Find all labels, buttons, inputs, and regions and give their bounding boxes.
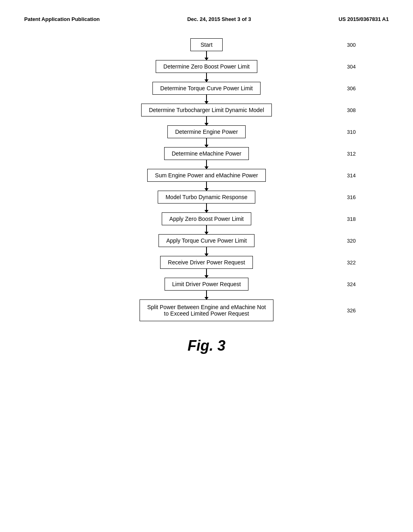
step-304-row: Determine Zero Boost Power Limit 304 (86, 60, 327, 73)
step-316-row: Model Turbo Dynamic Response 316 (86, 191, 327, 204)
flowchart: Start 300 Determine Zero Boost Power Lim… (24, 38, 389, 321)
step-310-box: Determine Engine Power (167, 125, 246, 138)
arrow-2 (206, 95, 207, 104)
arrow-10 (206, 269, 207, 278)
arrow-1 (206, 73, 207, 82)
step-324-row: Limit Driver Power Request 324 (86, 278, 327, 291)
start-box: Start (190, 38, 223, 51)
page: Patent Application Publication Dec. 24, … (0, 0, 413, 532)
step-322-row: Receive Driver Power Request 322 (86, 256, 327, 269)
step-320-row: Apply Torque Curve Power Limit 320 (86, 234, 327, 247)
step-318-ref: 318 (347, 216, 356, 222)
arrow-0 (206, 51, 207, 60)
header-right: US 2015/0367831 A1 (338, 16, 389, 22)
step-308-row: Determine Turbocharger Limit Dynamic Mod… (86, 104, 327, 116)
step-320-ref: 320 (347, 238, 356, 244)
step-304-box: Determine Zero Boost Power Limit (156, 60, 257, 73)
step-306-ref: 306 (347, 85, 356, 91)
start-row: Start 300 (86, 38, 327, 51)
step-322-box: Receive Driver Power Request (160, 256, 252, 269)
header-center: Dec. 24, 2015 Sheet 3 of 3 (187, 16, 251, 22)
step-306-box: Determine Torque Curve Power Limit (152, 82, 260, 95)
arrow-11 (206, 291, 207, 299)
step-316-box: Model Turbo Dynamic Response (158, 191, 255, 204)
header-left: Patent Application Publication (24, 16, 100, 22)
step-324-ref: 324 (347, 281, 356, 287)
step-324-box: Limit Driver Power Request (165, 278, 248, 291)
step-326-box: Split Power Between Engine and eMachine … (140, 299, 273, 321)
step-312-box: Determine eMachine Power (164, 147, 249, 160)
step-310-ref: 310 (347, 129, 356, 135)
arrow-5 (206, 160, 207, 169)
arrow-9 (206, 247, 207, 256)
step-318-row: Apply Zero Boost Power Limit 318 (86, 212, 327, 225)
step-314-ref: 314 (347, 172, 356, 179)
arrow-7 (206, 204, 207, 212)
start-ref: 300 (347, 42, 356, 48)
arrow-4 (206, 138, 207, 147)
step-320-box: Apply Torque Curve Power Limit (159, 234, 254, 247)
step-312-ref: 312 (347, 151, 356, 157)
arrow-3 (206, 116, 207, 125)
step-304-ref: 304 (347, 64, 356, 70)
step-326-row: Split Power Between Engine and eMachine … (86, 299, 327, 321)
step-312-row: Determine eMachine Power 312 (86, 147, 327, 160)
step-308-ref: 308 (347, 107, 356, 113)
step-318-box: Apply Zero Boost Power Limit (162, 212, 251, 225)
page-header: Patent Application Publication Dec. 24, … (24, 16, 389, 22)
arrow-8 (206, 225, 207, 234)
arrow-6 (206, 182, 207, 191)
step-314-box: Sum Engine Power and eMachine Power (147, 169, 265, 182)
step-316-ref: 316 (347, 194, 356, 200)
figure-label: Fig. 3 (24, 337, 389, 354)
step-310-row: Determine Engine Power 310 (86, 125, 327, 138)
step-308-box: Determine Turbocharger Limit Dynamic Mod… (141, 104, 272, 116)
step-322-ref: 322 (347, 260, 356, 266)
step-314-row: Sum Engine Power and eMachine Power 314 (86, 169, 327, 182)
step-306-row: Determine Torque Curve Power Limit 306 (86, 82, 327, 95)
step-326-ref: 326 (347, 308, 356, 314)
